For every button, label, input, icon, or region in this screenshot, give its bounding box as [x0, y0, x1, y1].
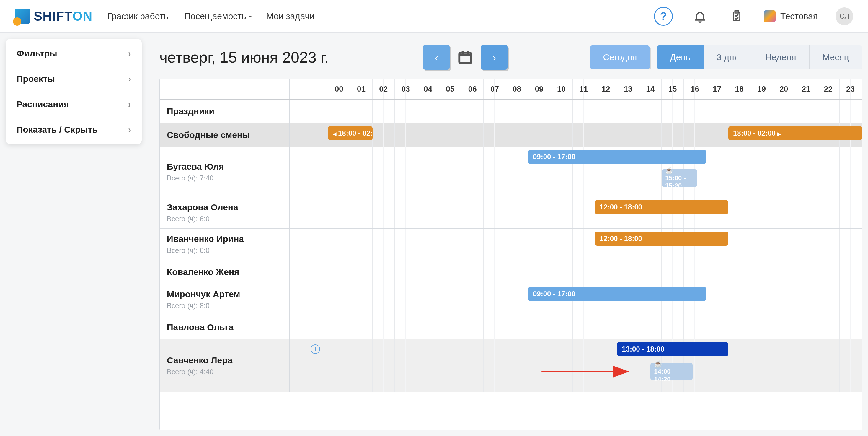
row-hours[interactable] — [328, 99, 862, 123]
tab-3days[interactable]: 3 дня — [704, 45, 752, 69]
hour-cell: 18 — [728, 79, 750, 99]
sidebar-item-label: Проекты — [17, 74, 55, 84]
sidebar-item-label: Расписания — [17, 99, 69, 109]
shift-event[interactable]: 12:00 - 18:00 — [595, 232, 728, 246]
chevron-right-icon: › — [128, 99, 131, 109]
timeline-row-holidays: Праздники — [160, 99, 862, 123]
row-hours[interactable]: 09:00 - 17:00 — [328, 284, 862, 315]
row-addcol — [290, 99, 328, 123]
shift-event[interactable]: ☕14:00 -14:20 — [650, 363, 693, 380]
company-name: Тестовая — [780, 11, 818, 21]
company-icon — [764, 10, 776, 22]
timeline-row-mironchuk: Мирончук АртемВсего (ч): 8:009:00 - 17:0… — [160, 284, 862, 316]
timeline: 0001020304050607080910111213141516171819… — [159, 79, 862, 430]
row-namecol: Праздники — [160, 99, 290, 123]
tab-month[interactable]: Месяц — [810, 45, 862, 69]
svg-rect-1 — [459, 53, 471, 63]
header-addcol — [290, 79, 328, 99]
logo[interactable]: SHIFTON — [15, 8, 92, 24]
hour-cell: 10 — [550, 79, 572, 99]
shift-event[interactable]: 09:00 - 17:00 — [528, 150, 706, 164]
row-name: Мирончук Артем — [167, 289, 282, 299]
clipboard-icon[interactable] — [727, 7, 746, 26]
timeline-row-ivanchenko: Иванченко ИринаВсего (ч): 6:012:00 - 18:… — [160, 229, 862, 260]
nav-tasks[interactable]: Мои задачи — [266, 11, 314, 21]
timeline-row-free: Свободные смены18:00 - 02:18:00 - 02:00 — [160, 123, 862, 147]
shift-event[interactable]: 12:00 - 18:00 — [595, 200, 728, 214]
calendar-button[interactable] — [455, 47, 476, 68]
row-name: Свободные смены — [167, 130, 282, 140]
logo-text-b: ON — [72, 9, 92, 23]
next-day-button[interactable]: › — [481, 45, 507, 70]
tab-day[interactable]: День — [657, 45, 704, 69]
timeline-body: ПраздникиСвободные смены18:00 - 02:18:00… — [160, 99, 862, 392]
nav-links: График работы Посещаемость Мои задачи — [107, 11, 314, 21]
logo-text: SHIFTON — [34, 9, 92, 24]
row-namecol: Коваленко Женя — [160, 260, 290, 284]
shift-event[interactable]: ☕15:00 -15:20 — [662, 169, 698, 187]
chevron-right-icon: › — [128, 74, 131, 84]
shift-event[interactable]: 09:00 - 17:00 — [528, 287, 706, 301]
row-hours[interactable]: 12:00 - 18:00 — [328, 197, 862, 228]
timeline-row-bugaeva: Бугаева ЮляВсего (ч): 7:4009:00 - 17:00☕… — [160, 147, 862, 197]
row-hours[interactable]: 18:00 - 02:18:00 - 02:00 — [328, 123, 862, 147]
row-name: Коваленко Женя — [167, 267, 282, 277]
sidebar-item-label: Фильтры — [17, 49, 57, 58]
row-namecol: Савченко ЛераВсего (ч): 4:40 — [160, 339, 290, 392]
hour-cell: 03 — [395, 79, 417, 99]
today-button[interactable]: Сегодня — [590, 45, 650, 69]
hour-cell: 11 — [573, 79, 595, 99]
timeline-header: 0001020304050607080910111213141516171819… — [160, 79, 862, 99]
nav-schedule[interactable]: График работы — [107, 11, 170, 21]
sidebar-item-label: Показать / Скрыть — [17, 125, 98, 135]
shift-event[interactable]: 13:00 - 18:00 — [617, 342, 728, 356]
add-shift-button[interactable]: + — [311, 344, 320, 354]
chevron-right-icon: › — [128, 125, 131, 135]
nav-attendance-label: Посещаемость — [184, 11, 246, 21]
annotation-arrow — [328, 339, 862, 392]
date-nav: ‹ › — [423, 45, 507, 70]
row-name: Савченко Лера — [167, 355, 282, 366]
hour-cell: 12 — [595, 79, 617, 99]
hour-cell: 19 — [750, 79, 773, 99]
row-hours[interactable]: 12:00 - 18:00 — [328, 229, 862, 260]
row-name: Павлова Ольга — [167, 322, 282, 332]
row-subtotal: Всего (ч): 7:40 — [167, 174, 282, 182]
row-namecol: Мирончук АртемВсего (ч): 8:0 — [160, 284, 290, 315]
sidebar-item-filters[interactable]: Фильтры › — [6, 41, 142, 66]
timeline-row-pavlova: Павлова Ольга — [160, 316, 862, 339]
prev-day-button[interactable]: ‹ — [423, 45, 450, 70]
hour-cell: 04 — [417, 79, 439, 99]
row-addcol — [290, 123, 328, 147]
company-switcher[interactable]: Тестовая — [764, 10, 818, 22]
date-title: четверг, 15 июня 2023 г. — [159, 49, 329, 66]
hour-cell: 07 — [484, 79, 506, 99]
row-addcol: + — [290, 339, 328, 392]
sidebar-item-projects[interactable]: Проекты › — [6, 66, 142, 92]
shift-event[interactable]: 18:00 - 02:00 — [728, 126, 862, 140]
row-namecol: Павлова Ольга — [160, 316, 290, 339]
hour-cell: 14 — [640, 79, 662, 99]
hour-cell: 09 — [528, 79, 550, 99]
bell-icon[interactable] — [690, 7, 709, 26]
help-icon[interactable]: ? — [654, 7, 673, 26]
hour-cell: 00 — [328, 79, 350, 99]
row-subtotal: Всего (ч): 6:0 — [167, 215, 282, 223]
hour-cell: 22 — [817, 79, 839, 99]
row-hours[interactable] — [328, 316, 862, 339]
row-hours[interactable]: 09:00 - 17:00☕15:00 -15:20 — [328, 147, 862, 197]
sidebar-item-schedules[interactable]: Расписания › — [6, 92, 142, 117]
hour-cell: 17 — [706, 79, 728, 99]
row-hours[interactable]: 13:00 - 18:00☕14:00 -14:20 — [328, 339, 862, 392]
sidebar-panel: Фильтры › Проекты › Расписания › Показат… — [6, 39, 142, 144]
row-addcol — [290, 260, 328, 284]
sidebar-item-showhide[interactable]: Показать / Скрыть › — [6, 117, 142, 142]
shift-event[interactable]: 18:00 - 02: — [328, 126, 373, 140]
tab-week[interactable]: Неделя — [752, 45, 810, 69]
row-hours[interactable] — [328, 260, 862, 284]
hour-cell: 21 — [795, 79, 817, 99]
hour-cell: 02 — [373, 79, 395, 99]
view-tabs: Сегодня День 3 дня Неделя Месяц — [590, 45, 862, 69]
nav-attendance[interactable]: Посещаемость — [184, 11, 252, 21]
avatar[interactable]: СЛ — [836, 7, 853, 25]
